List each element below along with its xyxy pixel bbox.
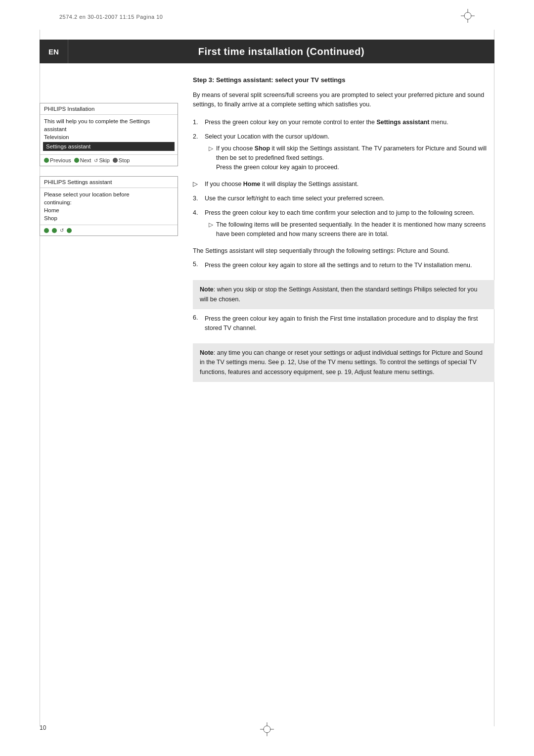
- list-num-6: 6.: [193, 314, 201, 333]
- crosshair-top-right-icon: [461, 9, 475, 23]
- sa-body-line1: Please select your location before: [44, 190, 174, 198]
- prev-label: Previous: [50, 157, 71, 163]
- stop-nav-btn: Stop: [113, 157, 130, 163]
- sa-row-shop: Shop: [44, 214, 174, 222]
- note1-text: : when you skip or stop the Settings Ass…: [200, 286, 477, 302]
- page-number: 10: [40, 724, 46, 731]
- en-banner: EN First time installation (Continued): [40, 40, 494, 63]
- install-row-television: Television: [44, 133, 174, 141]
- stop-label: Stop: [119, 157, 130, 163]
- list-body-home: If you choose Home it will display the S…: [205, 180, 494, 189]
- stop-circle-icon: [113, 158, 118, 163]
- green-circle-icon: [44, 158, 49, 163]
- note-box-1: Note: when you skip or stop the Settings…: [193, 280, 494, 309]
- installation-box-nav: Previous Next ↺ Skip Stop: [40, 154, 178, 166]
- step-heading: Step 3: Settings assistant: select your …: [193, 76, 494, 84]
- right-panel: Step 3: Settings assistant: select your …: [193, 73, 494, 707]
- list-body-3: Use the cursor left/right to each time s…: [205, 194, 494, 203]
- list-num-4: 4.: [193, 208, 201, 241]
- settings-assistant-box-title: PHILIPS Settings assistant: [40, 177, 178, 188]
- crosshair-bottom-center-icon: [260, 722, 274, 736]
- list-body-2: Select your Location with the cursor up/…: [205, 132, 494, 175]
- svg-point-0: [464, 12, 471, 19]
- sa-green-icon-1: [44, 228, 49, 233]
- sub-list-2: ▷ If you choose Shop it will skip the Se…: [209, 144, 494, 173]
- installation-box-body: This will help you to complete the Setti…: [40, 115, 178, 154]
- intro-text: By means of several split screens/full s…: [193, 91, 494, 110]
- note1-bold: Note: [200, 286, 214, 293]
- sub-list-item-sequential: ▷ The following items will be presented …: [209, 220, 494, 239]
- numbered-list: 1. Press the green colour key on your re…: [193, 118, 494, 246]
- sub-text-shop: If you choose Shop it will skip the Sett…: [216, 144, 494, 173]
- settings-assistant-box: PHILIPS Settings assistant Please select…: [40, 176, 178, 236]
- skip-label: Skip: [99, 157, 109, 163]
- sub-list-item-shop: ▷ If you choose Shop it will skip the Se…: [209, 144, 494, 173]
- list-body-4: Press the green colour key to each time …: [205, 208, 494, 241]
- meta-line: 2574.2 en 30-01-2007 11:15 Pagina 10: [59, 14, 163, 20]
- list-body-6: Press the green colour key again to fini…: [205, 314, 494, 333]
- list-body-1: Press the green colour key on your remot…: [205, 118, 494, 127]
- sa-skip-symbol: ↺: [60, 228, 64, 233]
- arrow-marker-seq: ▷: [209, 220, 213, 239]
- prev-nav-btn: Previous: [44, 157, 71, 163]
- installation-box: PHILIPS Installation This will help you …: [40, 103, 178, 166]
- skip-symbol: ↺: [94, 158, 98, 163]
- svg-point-5: [264, 726, 270, 733]
- banner-title: First time installation (Continued): [68, 46, 494, 57]
- note-box-2: Note: any time you can change or reset y…: [193, 343, 494, 382]
- list-item-3: 3. Use the cursor left/right to each tim…: [193, 194, 494, 203]
- list-num-1: 1.: [193, 118, 201, 127]
- note2-bold: Note: [200, 349, 214, 356]
- install-body-line2: assistant: [44, 125, 174, 133]
- arrow-marker-shop: ▷: [209, 144, 213, 173]
- settings-assistant-bold: Settings assistant: [376, 119, 429, 126]
- note2-text: : any time you can change or reset your …: [200, 349, 483, 376]
- sa-green-icon-2: [52, 228, 57, 233]
- sub-text-seq: The following items will be presented se…: [216, 220, 494, 239]
- list-num-3: 3.: [193, 194, 201, 203]
- left-panel: PHILIPS Installation This will help you …: [40, 73, 178, 707]
- page-container: 2574.2 en 30-01-2007 11:15 Pagina 10 EN …: [0, 0, 534, 756]
- main-content: PHILIPS Installation This will help you …: [40, 73, 494, 707]
- install-body-line1: This will help you to complete the Setti…: [44, 117, 174, 125]
- list-item-home: ▷ If you choose Home it will display the…: [193, 180, 494, 189]
- sub-list-4: ▷ The following items will be presented …: [209, 220, 494, 239]
- list-item-5: 5. Press the green colour key again to s…: [193, 261, 494, 270]
- list-num-2: 2.: [193, 132, 201, 175]
- list-item-6: 6. Press the green colour key again to f…: [193, 314, 494, 333]
- para-sequential: The Settings assistant will step sequent…: [193, 246, 494, 256]
- sa-row-home: Home: [44, 206, 174, 214]
- installation-box-title: PHILIPS Installation: [40, 103, 178, 115]
- green-circle-icon-2: [74, 158, 79, 163]
- install-row-settings: Settings assistant: [43, 142, 175, 151]
- next-label: Next: [80, 157, 91, 163]
- settings-assistant-box-body: Please select your location before conti…: [40, 188, 178, 225]
- list-item-1: 1. Press the green colour key on your re…: [193, 118, 494, 127]
- list-item-2: 2. Select your Location with the cursor …: [193, 132, 494, 175]
- next-nav-btn: Next: [74, 157, 91, 163]
- en-badge: EN: [40, 40, 68, 63]
- list-num-5: 5.: [193, 261, 201, 270]
- list-item-4: 4. Press the green colour key to each ti…: [193, 208, 494, 241]
- list-body-5: Press the green colour key again to stor…: [205, 261, 472, 270]
- skip-nav-btn: ↺ Skip: [94, 157, 109, 163]
- sa-body-line2: continuing:: [44, 198, 174, 206]
- home-bold: Home: [243, 181, 261, 188]
- sa-green-icon-3: [67, 228, 72, 233]
- settings-assistant-box-nav: ↺: [40, 225, 178, 236]
- list-num-home: ▷: [193, 180, 201, 189]
- shop-bold: Shop: [255, 145, 270, 152]
